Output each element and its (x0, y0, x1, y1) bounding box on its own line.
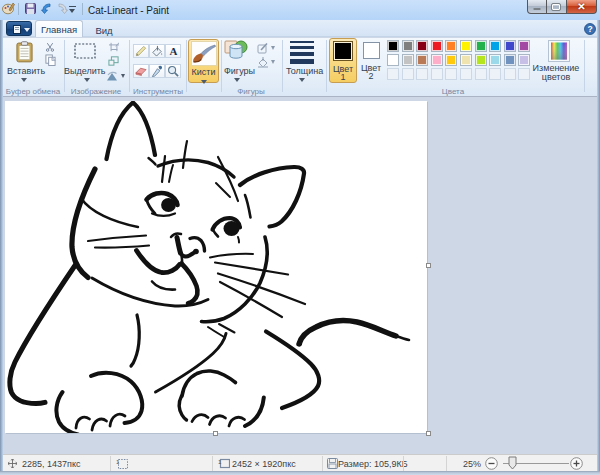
svg-text:?: ? (587, 24, 592, 34)
